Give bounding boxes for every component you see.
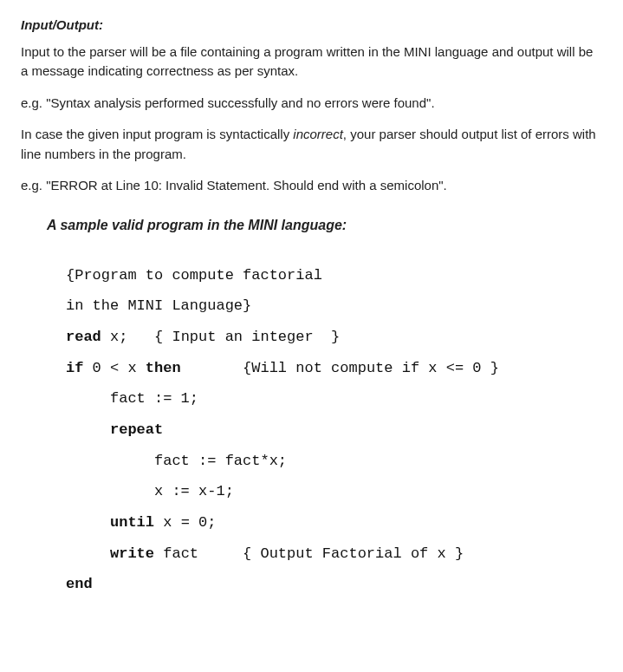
keyword-repeat: repeat (110, 421, 163, 438)
heading-text: Input/Output (21, 17, 99, 32)
code-line-2: in the MINI Language} (66, 297, 251, 314)
code-line-4-rest: {Will not compute if x <= 0 } (181, 360, 499, 376)
para3-part-a: In case the given input program is synta… (21, 127, 293, 141)
code-sample: {Program to compute factorial in the MIN… (66, 260, 602, 601)
code-line-7: fact := fact*x; (66, 453, 287, 469)
code-line-5: fact := 1; (66, 390, 198, 407)
keyword-until: until (110, 514, 154, 531)
paragraph-incorrect: In case the given input program is synta… (21, 125, 602, 164)
code-line-1: {Program to compute factorial (66, 267, 322, 284)
code-line-6-pad (66, 421, 110, 438)
paragraph-intro: Input to the parser will be a file conta… (21, 42, 602, 82)
keyword-then: then (146, 360, 181, 376)
code-line-4-mid: 0 < x (83, 360, 145, 376)
code-line-3-rest: x; { Input an integer } (101, 329, 340, 345)
section-heading: Input/Output: (21, 16, 602, 36)
keyword-if: if (66, 360, 83, 376)
keyword-read: read (66, 329, 101, 345)
code-line-10-rest: fact { Output Factorial of x } (154, 545, 464, 562)
para3-italic-word: incorrect (293, 127, 343, 141)
code-line-9-pad (66, 514, 110, 531)
paragraph-example-success: e.g. "Syntax analysis performed successf… (21, 94, 602, 114)
keyword-end: end (66, 576, 93, 592)
code-line-8: x := x-1; (66, 483, 234, 499)
sample-program-heading: A sample valid program in the MINI langu… (47, 215, 602, 236)
code-line-9-rest: x = 0; (154, 514, 216, 531)
code-line-10-pad (66, 545, 110, 562)
keyword-write: write (110, 545, 154, 562)
paragraph-example-error: e.g. "ERROR at Line 10: Invalid Statemen… (21, 176, 602, 196)
